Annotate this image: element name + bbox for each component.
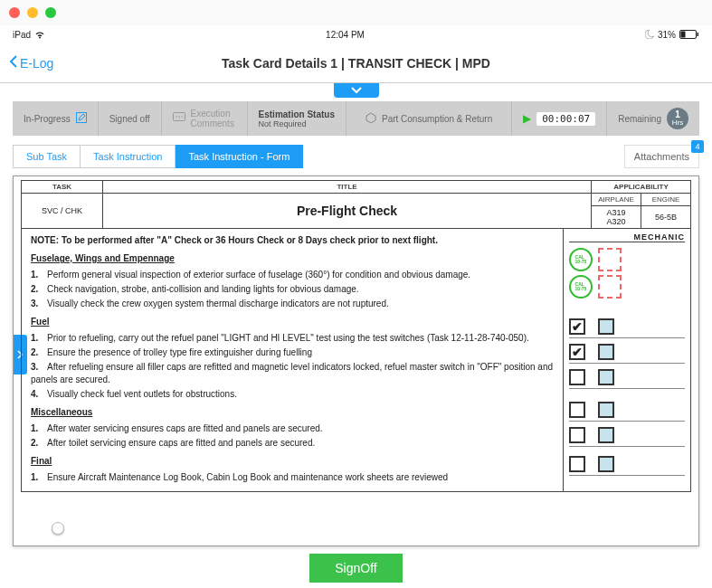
play-icon: ▶ bbox=[523, 112, 531, 125]
chevron-left-icon bbox=[9, 55, 18, 71]
scroll-indicator[interactable] bbox=[52, 522, 64, 535]
signedoff-label: Signed off bbox=[109, 114, 150, 124]
signoff-button[interactable]: SignOff bbox=[309, 554, 402, 583]
airplane-hdr: AIRPLANE bbox=[592, 194, 641, 206]
part-icon bbox=[365, 112, 376, 125]
signature-box[interactable] bbox=[598, 427, 614, 443]
doc-body-right: MECHANIC CAL10-75 CAL10-75 ✔ ✔ bbox=[564, 229, 690, 491]
chevron-down-button[interactable] bbox=[334, 83, 379, 98]
engine-val: 56-5B bbox=[641, 206, 691, 229]
estimation-segment[interactable]: Estimation Status Not Required bbox=[248, 101, 347, 136]
minimize-dot[interactable] bbox=[27, 7, 38, 18]
engine-hdr: ENGINE bbox=[641, 194, 691, 206]
misc-item-1: After water servicing ensures caps are f… bbox=[47, 423, 323, 433]
device-label: iPad bbox=[13, 30, 31, 40]
attachments-label: Attachments bbox=[634, 151, 689, 162]
doc-body-left: NOTE: To be performed after "A" Check or… bbox=[22, 229, 564, 491]
remaining-segment: Remaining 1 Hrs bbox=[607, 101, 699, 136]
wifi-icon bbox=[34, 31, 45, 39]
stamp-icon[interactable]: CAL10-75 bbox=[569, 275, 593, 299]
comments-segment[interactable]: Execution Comments bbox=[162, 101, 248, 136]
remaining-badge: 1 Hrs bbox=[667, 108, 688, 129]
misc-item-2: After toilet servicing ensure caps are f… bbox=[47, 438, 315, 448]
tab-group: Sub Task Task Instruction Task Instructi… bbox=[13, 145, 303, 168]
signature-box[interactable] bbox=[598, 402, 614, 418]
back-button[interactable]: E-Log bbox=[9, 55, 53, 71]
checkbox-empty[interactable] bbox=[569, 369, 585, 385]
section-final: Final bbox=[31, 455, 554, 468]
airplane-val: A319A320 bbox=[592, 206, 641, 229]
task-hdr: TASK bbox=[22, 181, 103, 194]
checkbox-checked[interactable]: ✔ bbox=[569, 344, 585, 360]
status-label: In-Progress bbox=[24, 114, 71, 124]
svg-rect-1 bbox=[681, 32, 686, 38]
doc-note: NOTE: To be performed after "A" Check or… bbox=[31, 235, 438, 245]
checkbox-empty[interactable] bbox=[569, 427, 585, 443]
svg-point-7 bbox=[181, 116, 183, 118]
edit-icon bbox=[76, 112, 87, 125]
signature-box[interactable] bbox=[598, 369, 614, 385]
title-hdr: TITLE bbox=[103, 181, 592, 194]
zoom-dot[interactable] bbox=[45, 7, 56, 18]
mechanic-label: MECHANIC bbox=[569, 232, 685, 242]
footer: SignOff bbox=[0, 554, 712, 583]
timer-segment[interactable]: ▶ 00:00:07 bbox=[512, 101, 607, 136]
close-dot[interactable] bbox=[9, 7, 20, 18]
doc-title: Pre-Flight Check bbox=[103, 194, 592, 229]
battery-label: 31% bbox=[658, 30, 676, 40]
fuselage-item-1: Perform general visual inspection of ext… bbox=[47, 270, 470, 280]
partcons-label: Part Consumption & Return bbox=[382, 114, 492, 124]
checkbox-empty[interactable] bbox=[569, 402, 585, 418]
applic-hdr: APPLICABILITY bbox=[592, 181, 691, 194]
expand-down-tab bbox=[0, 83, 712, 98]
doc-header-table: TASK TITLE APPLICABILITY SVC / CHK Pre-F… bbox=[21, 180, 691, 229]
est-title: Estimation Status bbox=[259, 109, 335, 119]
comment-icon bbox=[173, 112, 185, 125]
status-segment[interactable]: In-Progress bbox=[13, 101, 99, 136]
comments-label: Execution Comments bbox=[191, 109, 236, 128]
signature-box[interactable] bbox=[598, 318, 614, 335]
signature-box[interactable] bbox=[598, 344, 614, 360]
fuselage-item-3: Visually check the crew oxygen system th… bbox=[47, 299, 389, 308]
svg-rect-3 bbox=[76, 113, 86, 123]
section-fuselage: Fuselage, Wings and Empennage bbox=[31, 252, 554, 265]
section-fuel: Fuel bbox=[31, 316, 554, 328]
nav-header: E-Log Task Card Details 1 | TRANSIT CHEC… bbox=[0, 43, 712, 83]
signature-box[interactable] bbox=[598, 456, 614, 472]
svg-point-6 bbox=[178, 116, 180, 118]
svg-point-5 bbox=[176, 116, 177, 118]
back-label: E-Log bbox=[20, 56, 53, 71]
dashed-box[interactable] bbox=[598, 275, 622, 299]
window-chrome bbox=[0, 0, 712, 25]
fuel-item-4: Visually check fuel vent outlets for obs… bbox=[47, 389, 237, 399]
tab-instruction-form[interactable]: Task Instruction - Form bbox=[176, 145, 303, 168]
info-bar: In-Progress Signed off Execution Comment… bbox=[13, 101, 699, 136]
badge-unit: Hrs bbox=[672, 119, 683, 127]
est-value: Not Required bbox=[259, 119, 335, 128]
checkbox-empty[interactable] bbox=[569, 456, 585, 472]
attachments-button[interactable]: Attachments 4 bbox=[624, 145, 699, 168]
fuel-item-3: After refueling ensure all filler caps a… bbox=[31, 362, 553, 384]
signedoff-segment[interactable]: Signed off bbox=[99, 101, 162, 136]
do-not-disturb-icon bbox=[645, 30, 654, 39]
partcons-segment[interactable]: Part Consumption & Return bbox=[347, 101, 512, 136]
checkbox-checked[interactable]: ✔ bbox=[569, 318, 585, 335]
attachments-count: 4 bbox=[691, 140, 704, 153]
timer-value: 00:00:07 bbox=[536, 112, 595, 126]
svg-rect-2 bbox=[698, 33, 699, 36]
document-viewer[interactable]: TASK TITLE APPLICABILITY SVC / CHK Pre-F… bbox=[13, 175, 699, 546]
final-item-1: Ensure Aircraft Maintenance Log Book, Ca… bbox=[47, 472, 448, 482]
fuselage-item-2: Check navigation, strobe, anti-collision… bbox=[47, 284, 359, 294]
tab-row: Sub Task Task Instruction Task Instructi… bbox=[13, 145, 699, 168]
battery-icon bbox=[679, 30, 699, 39]
page-title: Task Card Details 1 | TRANSIT CHECK | MP… bbox=[222, 56, 490, 71]
stamp-icon[interactable]: CAL10-75 bbox=[569, 248, 593, 271]
fuel-item-1: Prior to refueling, carry out the refuel… bbox=[47, 333, 529, 343]
dashed-box[interactable] bbox=[598, 248, 622, 271]
section-misc: Miscellaneous bbox=[31, 406, 554, 419]
tab-subtask[interactable]: Sub Task bbox=[13, 145, 81, 168]
fuel-item-2: Ensure the presence of trolley type fire… bbox=[47, 347, 312, 357]
tab-instruction[interactable]: Task Instruction bbox=[81, 145, 176, 168]
remaining-label: Remaining bbox=[618, 114, 661, 124]
ios-status-bar: iPad 12:04 PM 31% bbox=[0, 25, 712, 43]
